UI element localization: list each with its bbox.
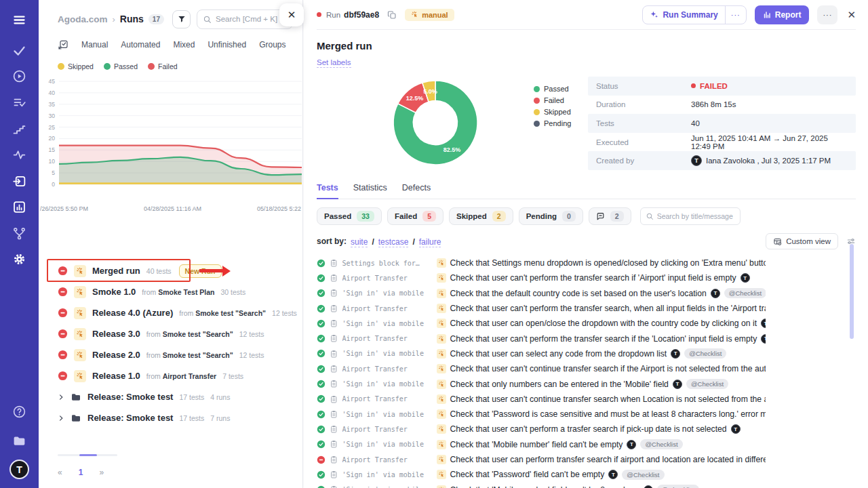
legend-item-failed[interactable]: Failed: [148, 62, 178, 70]
run-list-item[interactable]: Merged run 40 tests New Run: [39, 260, 302, 281]
test-result-row[interactable]: 'Sign in' via mobile Check that 'Passwor…: [317, 467, 766, 482]
test-result-row[interactable]: Airport Transfer Check that user can't p…: [317, 301, 766, 316]
passed-status-icon: [317, 289, 326, 298]
donut-legend-passed[interactable]: Passed: [534, 85, 571, 93]
filter-chip-passed[interactable]: Passed 33: [317, 207, 382, 225]
pagination-prev-button[interactable]: «: [58, 468, 62, 477]
run-source: from Airport Transfer: [146, 372, 216, 380]
breadcrumb-project[interactable]: Agoda.com: [58, 14, 108, 24]
test-result-row[interactable]: Airport Transfer Check that user can't c…: [317, 361, 766, 376]
run-summary-button[interactable]: Run Summary: [643, 6, 724, 24]
runs-tab-manual[interactable]: Manual: [81, 40, 108, 49]
report-button[interactable]: Report: [755, 5, 810, 24]
sidebar-branch-icon[interactable]: [0, 226, 39, 241]
chevron-right-icon[interactable]: [58, 415, 64, 422]
sidebar-sign-in-icon[interactable]: [0, 174, 39, 188]
sort-by-suite[interactable]: suite: [351, 237, 368, 247]
sidebar-steps-icon[interactable]: [0, 122, 39, 136]
detail-tabs: TestsStatisticsDefects: [317, 183, 856, 199]
run-summary-more-button[interactable]: ···: [725, 6, 746, 24]
test-result-row[interactable]: 'Sign in' via mobile Check that the defa…: [317, 286, 766, 301]
checklist-tag: @Checklist: [724, 288, 766, 298]
run-list-item[interactable]: Release 1.0 from Airport Transfer 7 test…: [39, 365, 302, 386]
horizontal-scrollbar-thumb[interactable]: [79, 454, 97, 456]
manual-test-icon: [437, 485, 446, 488]
tab-statistics[interactable]: Statistics: [353, 183, 387, 199]
filter-chip-skipped[interactable]: Skipped 2: [449, 207, 513, 225]
sidebar-check-icon[interactable]: [0, 43, 39, 58]
test-result-row[interactable]: Settings block for… Check that Settings …: [317, 256, 766, 270]
donut-legend-failed[interactable]: Failed: [534, 96, 571, 104]
sidebar-menu-icon[interactable]: [0, 13, 39, 27]
run-list-item[interactable]: Smoke 1.0 from Smoke Test Plan 30 tests: [39, 281, 302, 302]
test-result-row[interactable]: Airport Transfer Check that user can't c…: [317, 392, 766, 407]
run-list-item[interactable]: Release 2.0 from Smoke test "Search" 12 …: [39, 344, 302, 365]
run-group-item[interactable]: Release: Smoke test 17 tests 4 runs: [39, 386, 302, 407]
info-label: Executed: [596, 138, 691, 146]
filter-chip-pending[interactable]: Pending 0: [519, 207, 583, 225]
sidebar-folder-icon[interactable]: [0, 434, 39, 448]
copy-icon[interactable]: [387, 10, 397, 20]
donut-legend-pending[interactable]: Pending: [534, 119, 571, 127]
tests-search-input[interactable]: [657, 212, 735, 220]
runs-filter-tabs: ManualAutomatedMixedUnfinishedGroups: [39, 39, 302, 50]
test-result-row[interactable]: 'Sign in' via mobile Check that 'Mobile …: [317, 482, 766, 488]
custom-view-button[interactable]: Custom view: [766, 233, 838, 249]
sidebar-bar-chart-icon[interactable]: [0, 200, 39, 214]
test-result-row[interactable]: Airport Transfer Check that user can per…: [317, 452, 766, 467]
runs-tab-unfinished[interactable]: Unfinished: [208, 40, 246, 49]
sort-by-failure[interactable]: failure: [419, 237, 441, 247]
test-result-row[interactable]: Airport Transfer Check that user can't p…: [317, 422, 766, 436]
sparkles-icon: [650, 10, 658, 19]
test-case-icon: [330, 350, 338, 359]
run-info-table: Status FAILED Duration 386h 8m 15s Tests…: [588, 77, 856, 174]
sidebar-activity-icon[interactable]: [0, 148, 39, 162]
sidebar-help-icon[interactable]: [0, 405, 39, 419]
sort-by-testcase[interactable]: testcase: [378, 237, 409, 247]
manual-test-icon: [437, 470, 446, 479]
test-result-row[interactable]: 'Sign in' via mobile Check that user can…: [317, 316, 766, 331]
test-result-row[interactable]: Airport Transfer Check that user can't p…: [317, 331, 766, 346]
info-value: 40: [691, 119, 700, 127]
run-list-item[interactable]: Release 4.0 (Azure) from Smoke test "Sea…: [39, 302, 302, 323]
sidebar-gear-icon[interactable]: [0, 252, 39, 266]
filter-chip-comments[interactable]: 2: [589, 207, 631, 225]
set-labels-link[interactable]: Set labels: [317, 58, 351, 68]
test-result-row[interactable]: 'Sign in' via mobile Check that user can…: [317, 346, 766, 361]
legend-item-skipped[interactable]: Skipped: [58, 62, 94, 70]
close-detail-button[interactable]: ✕: [847, 9, 856, 21]
user-avatar[interactable]: T: [9, 460, 29, 479]
pagination-page-1[interactable]: 1: [79, 468, 83, 477]
test-title: Check that user can't continue transfer …: [450, 394, 766, 404]
tab-defects[interactable]: Defects: [402, 183, 431, 199]
runs-tab-automated[interactable]: Automated: [121, 40, 160, 49]
runs-search-input[interactable]: [216, 15, 287, 23]
test-result-row[interactable]: 'Sign in' via mobile Check that only num…: [317, 376, 766, 391]
test-result-row[interactable]: 'Sign in' via mobile Check that 'Passwor…: [317, 407, 766, 422]
search-icon: [646, 212, 654, 220]
donut-legend-skipped[interactable]: Skipped: [534, 108, 571, 116]
test-result-row[interactable]: 'Sign in' via mobile Check that 'Mobile …: [317, 437, 766, 452]
filter-button[interactable]: [172, 10, 191, 28]
passed-status-icon: [317, 394, 326, 403]
test-result-row[interactable]: Airport Transfer Check that user can't p…: [317, 270, 766, 285]
runs-tab-groups[interactable]: Groups: [259, 40, 285, 49]
run-name: Release 3.0: [92, 329, 140, 339]
info-value: 386h 8m 15s: [691, 100, 736, 108]
sidebar-list-check-icon[interactable]: [0, 96, 39, 110]
close-panel-button[interactable]: ✕: [279, 3, 304, 26]
runs-tab-mixed[interactable]: Mixed: [173, 40, 195, 49]
run-list-item[interactable]: Release 3.0 from Smoke test "Search" 12 …: [39, 323, 302, 344]
filter-chip-failed[interactable]: Failed 5: [387, 207, 443, 225]
tab-tests[interactable]: Tests: [317, 183, 338, 199]
select-all-icon[interactable]: [58, 39, 68, 50]
group-name: Release: Smoke test: [87, 413, 173, 423]
run-group-item[interactable]: Release: Smoke test 17 tests 7 runs: [39, 407, 302, 428]
pagination-next-button[interactable]: »: [99, 468, 104, 477]
legend-item-passed[interactable]: Passed: [104, 62, 138, 70]
test-case-icon: [330, 274, 338, 283]
more-actions-button[interactable]: ···: [817, 5, 837, 24]
chevron-right-icon[interactable]: [58, 394, 64, 401]
sidebar-play-circle-icon[interactable]: [0, 69, 39, 83]
vertical-scrollbar-thumb[interactable]: [850, 244, 854, 339]
